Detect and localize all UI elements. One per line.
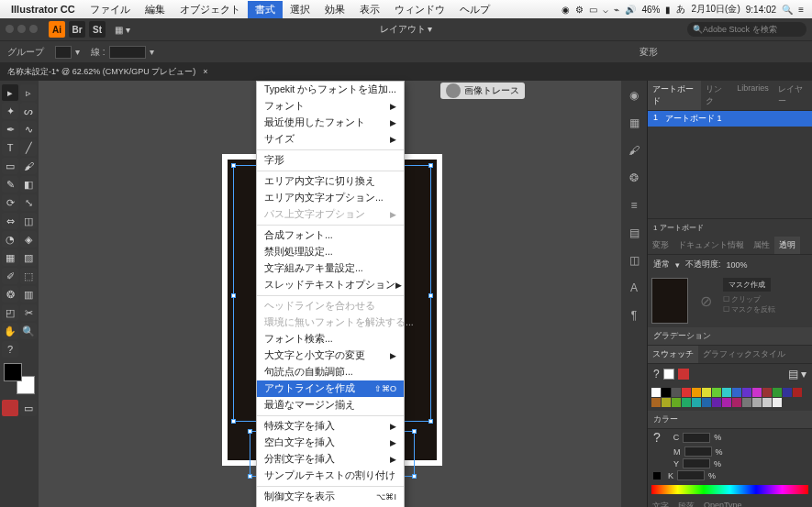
menu-object[interactable]: オブジェクト — [172, 1, 248, 18]
menu-file[interactable]: ファイル — [83, 1, 138, 18]
swatch-item[interactable] — [712, 388, 721, 397]
tab-attr[interactable]: 属性 — [749, 237, 774, 254]
swatch-item[interactable] — [793, 388, 802, 397]
menu-item[interactable]: 文字組みアキ量設定... — [257, 260, 404, 277]
invert-checkbox[interactable]: ☐ マスクを反転 — [723, 304, 775, 314]
symbol-sprayer-tool[interactable]: ❂ — [2, 286, 18, 303]
pen-tool[interactable]: ✒ — [2, 121, 18, 138]
dock-para-icon[interactable]: ¶ — [627, 308, 641, 323]
swatch-item[interactable] — [742, 398, 751, 407]
swatch-item[interactable] — [732, 388, 741, 397]
menu-item[interactable]: エリア内文字オプション... — [257, 190, 404, 206]
menu-item[interactable]: エリア内文字に切り換え — [257, 173, 404, 190]
hand-tool[interactable]: ✋ — [2, 323, 18, 339]
rotate-tool[interactable]: ⟳ — [2, 194, 18, 211]
menu-item[interactable]: 特殊文字を挿入▶ — [257, 418, 404, 435]
swatch-item[interactable] — [702, 398, 711, 407]
swatch-item[interactable] — [752, 398, 762, 407]
m-value[interactable] — [684, 446, 712, 457]
menu-item[interactable]: 合成フォント... — [257, 227, 404, 244]
bt-icon[interactable]: ⌁ — [614, 5, 619, 15]
eraser-tool[interactable]: ◧ — [20, 176, 37, 193]
swatch-item[interactable] — [732, 398, 741, 407]
transform-button[interactable]: 変形 — [640, 46, 658, 59]
dock-brushes-icon[interactable]: 🖌 — [627, 143, 641, 158]
eyedropper-tool[interactable]: ✐ — [2, 268, 18, 284]
swatch-question-icon[interactable]: ? — [653, 368, 660, 380]
menu-item[interactable]: 字形 — [257, 152, 404, 169]
menu-select[interactable]: 選択 — [283, 1, 317, 18]
tab-transform[interactable]: 変形 — [648, 237, 673, 254]
dock-properties-icon[interactable]: ◉ — [627, 88, 641, 103]
menu-icon[interactable]: ≡ — [798, 5, 804, 15]
swatch-item[interactable] — [662, 398, 671, 407]
dock-align-icon[interactable]: ▤ — [627, 226, 641, 240]
selection-tool[interactable]: ▸ — [2, 84, 18, 101]
swatch-item[interactable] — [651, 398, 661, 407]
mask-link-icon[interactable]: ⊘ — [692, 274, 719, 327]
doc-arrange-icon[interactable]: ▦ ▾ — [115, 25, 130, 35]
tab-paragraph[interactable]: 段落 — [673, 498, 699, 507]
app-name[interactable]: Illustrator CC — [11, 4, 75, 15]
swatch-item[interactable] — [712, 398, 721, 407]
tab-docinfo[interactable]: ドキュメント情報 — [673, 237, 749, 254]
menu-item[interactable]: サイズ▶ — [257, 131, 404, 148]
swatch-item[interactable] — [682, 398, 691, 407]
artboard-tool[interactable]: ◰ — [2, 304, 18, 321]
stock-search[interactable]: 🔍 Adobe Stock を検索 — [687, 22, 806, 37]
color-title[interactable]: カラー — [648, 411, 812, 429]
shaper-tool[interactable]: ✎ — [2, 176, 18, 193]
color-question-icon[interactable]: ? — [653, 430, 661, 445]
magic-wand-tool[interactable]: ✦ — [2, 103, 18, 119]
menu-item[interactable]: 禁則処理設定... — [257, 244, 404, 260]
swatch-item[interactable] — [692, 388, 701, 397]
menu-item[interactable]: スレッドテキストオプション▶ — [257, 277, 404, 293]
free-transform-tool[interactable]: ◫ — [20, 213, 37, 229]
y-value[interactable] — [683, 458, 710, 468]
curvature-tool[interactable]: ∿ — [20, 121, 37, 138]
gradient-title[interactable]: グラデーション — [648, 327, 812, 346]
graph-tool[interactable]: ▥ — [20, 286, 37, 303]
lasso-tool[interactable]: ᔕ — [20, 103, 37, 119]
dock-pathfinder-icon[interactable]: ◫ — [627, 253, 641, 268]
transparency-thumb[interactable] — [651, 278, 688, 324]
menu-help[interactable]: ヘルプ — [452, 1, 497, 18]
tab-opentype[interactable]: OpenType — [699, 498, 747, 507]
rectangle-tool[interactable]: ▭ — [2, 158, 18, 174]
zoom-tool[interactable]: 🔍 — [20, 323, 37, 339]
menu-item[interactable]: 大文字と小文字の変更▶ — [257, 347, 404, 364]
make-mask-button[interactable]: マスク作成 — [723, 278, 771, 292]
swatch-item[interactable] — [662, 388, 671, 397]
image-trace-popup[interactable]: 画像トレース — [440, 83, 525, 99]
menu-item[interactable]: 句読点の自動調節... — [257, 364, 404, 380]
menu-item[interactable]: フォント検索... — [257, 331, 404, 347]
type-tool[interactable]: T — [2, 139, 18, 156]
canvas[interactable]: 画像トレース このたびは 5/20 から会員様限定で プライベートセールを行いま… — [39, 81, 621, 507]
gradient-tool[interactable]: ▨ — [20, 249, 37, 266]
ai-badge[interactable]: Ai — [49, 21, 65, 38]
width-tool[interactable]: ⇔ — [2, 213, 18, 229]
menu-item[interactable]: アウトラインを作成⇧⌘O — [257, 380, 404, 397]
tab-graphic-styles[interactable]: グラフィックスタイル — [698, 346, 790, 363]
menu-item[interactable]: 最近使用したフォント▶ — [257, 115, 404, 131]
line-tool[interactable]: ╱ — [20, 139, 37, 156]
ime-icon[interactable]: あ — [676, 3, 685, 16]
color-mode[interactable] — [2, 400, 18, 416]
window-controls[interactable] — [6, 25, 41, 35]
menu-item[interactable]: 空白文字を挿入▶ — [257, 435, 404, 451]
fill-swatch[interactable] — [55, 46, 72, 59]
tab-transparency[interactable]: 透明 — [774, 237, 800, 254]
question-tool[interactable]: ? — [2, 341, 18, 358]
memory-icon[interactable]: ⚙ — [575, 5, 584, 15]
br-badge[interactable]: Br — [69, 21, 85, 38]
fill-stroke-swatch[interactable] — [4, 363, 35, 394]
direct-selection-tool[interactable]: ▹ — [20, 84, 37, 101]
tab-artboards[interactable]: アートボード — [648, 81, 701, 110]
stroke-weight[interactable] — [109, 46, 146, 59]
document-tab[interactable]: 名称未設定-1* @ 62.62% (CMYK/GPU プレビュー) × — [0, 62, 812, 81]
opacity-value[interactable]: 100% — [727, 260, 748, 270]
dock-char-icon[interactable]: A — [627, 281, 641, 295]
shape-builder-tool[interactable]: ◔ — [2, 231, 18, 248]
tab-close-icon[interactable]: × — [203, 67, 207, 76]
menu-edit[interactable]: 編集 — [138, 1, 172, 18]
